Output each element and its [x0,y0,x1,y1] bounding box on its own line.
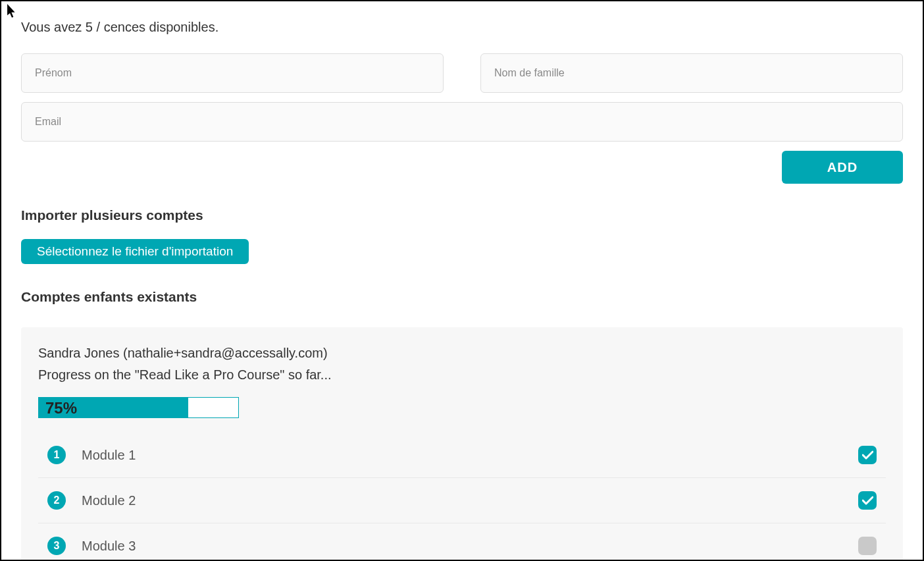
add-button[interactable]: ADD [782,151,903,184]
progress-bar-label: 75% [45,398,77,419]
module-row[interactable]: 3Module 3 [38,523,886,561]
module-row[interactable]: 1Module 1 [38,433,886,478]
unchecked-box-icon [858,537,877,555]
module-number-badge: 2 [47,491,66,510]
last-name-input[interactable] [480,53,903,93]
import-heading: Importer plusieurs comptes [21,207,903,223]
module-number-badge: 1 [47,446,66,464]
module-label: Module 3 [82,539,136,554]
select-import-file-button[interactable]: Sélectionnez le fichier d'importation [21,239,249,264]
first-name-input[interactable] [21,53,444,93]
module-row[interactable]: 2Module 2 [38,478,886,523]
account-card: Sandra Jones (nathalie+sandra@accessally… [21,327,903,561]
cursor-icon [7,4,17,18]
module-label: Module 2 [82,493,136,508]
progress-description-text: Progress on the "Read Like a Pro Course"… [38,367,886,383]
progress-bar: 75% [38,397,239,418]
license-status-text: Vous avez 5 / cences disponibles. [21,20,903,35]
existing-accounts-heading: Comptes enfants existants [21,289,903,305]
checkmark-icon [858,446,877,464]
email-input[interactable] [21,102,903,142]
account-name-text: Sandra Jones (nathalie+sandra@accessally… [38,346,886,361]
checkmark-icon [858,491,877,510]
module-list: 1Module 12Module 23Module 3 [38,433,886,561]
module-label: Module 1 [82,448,136,463]
module-number-badge: 3 [47,537,66,555]
